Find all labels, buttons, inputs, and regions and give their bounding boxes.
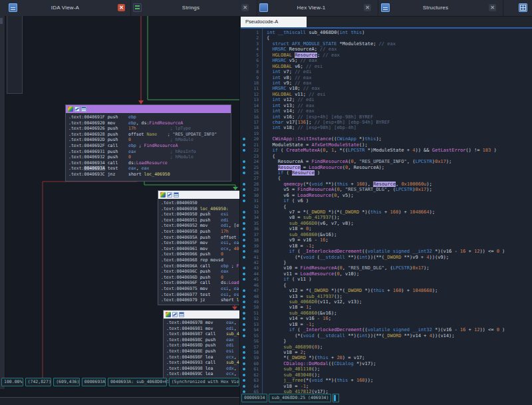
breakpoint-dot[interactable] [241, 265, 247, 271]
pseudocode-line[interactable]: 59 *(_DWORD *)(this + 28) = v17; [241, 355, 532, 360]
close-icon[interactable]: ✕ [241, 4, 249, 11]
close-icon[interactable]: ✕ [118, 4, 125, 11]
breakpoint-dot[interactable] [241, 165, 247, 170]
pseudocode-line[interactable]: 35 sub_4066D0(v6, v7, v8); [241, 221, 532, 226]
asm-row[interactable]: .text:00406998 lea edx, [166, 366, 239, 372]
pseudocode-line[interactable]: 54 if ( _InterlockedDecrement((volatile … [241, 327, 532, 333]
pseudocode-line[interactable]: 20 CWinApp::InitInstance((CWinApp *)this… [241, 136, 532, 142]
breakpoint-slot[interactable] [241, 154, 247, 159]
asm-row[interactable]: .text:00406961 mov ecx, 40018 [161, 246, 239, 252]
breakpoint-slot[interactable] [241, 47, 247, 52]
pseudocode-line[interactable]: 22 if ( CreateMutexA(0, 1, *((LPCSTR *)M… [241, 148, 532, 153]
palette-icon[interactable] [166, 312, 171, 317]
breakpoint-dot[interactable] [241, 327, 247, 333]
breakpoint-dot[interactable] [241, 249, 247, 254]
breakpoint-dot[interactable] [241, 193, 247, 198]
asm-row[interactable]: .text:00406950 loc_406950: [161, 206, 239, 212]
asm-row[interactable]: .text:00406920 mov ebp, ds:FindResourceA [68, 120, 228, 126]
breakpoint-slot[interactable] [241, 108, 247, 114]
asm-row[interactable]: .text:00406987 call sub_4 [166, 331, 239, 337]
pseudocode-line[interactable]: 16 int v16; // [esp+4h] [ebp-98h] BYREF [241, 114, 532, 120]
breakpoint-dot[interactable] [241, 271, 247, 277]
breakpoint-dot[interactable] [241, 209, 247, 215]
asm-row[interactable]: .text:00406932 push 0 ; hModule [68, 154, 228, 160]
pseudocode-line[interactable]: 12 HGLOBAL v11; // esi [241, 92, 532, 97]
breakpoint-slot[interactable] [241, 125, 247, 130]
breakpoint-slot[interactable] [241, 204, 247, 209]
asm-row[interactable]: .text:0040695F mov esi, eax [161, 240, 239, 246]
asm-row[interactable]: .text:00406981 mov edi, [166, 326, 239, 332]
asm-row[interactable]: .text:0040696F call ds:LoadRe [161, 280, 239, 286]
pseudocode-line[interactable]: 63 j__free(*(void **)(this + 160)); [241, 378, 532, 383]
pseudocode-line[interactable]: 37 sub_406860(&v16); [241, 232, 532, 237]
pseudocode-line[interactable]: 6 HRSRC v5; // eax [241, 58, 532, 63]
pseudocode-line[interactable]: 39 v18 = -1; [241, 243, 532, 249]
pseudocode-line[interactable]: 48 v13 = sub_417937(); [241, 294, 532, 299]
breakpoint-slot[interactable] [241, 41, 247, 47]
asm-row[interactable]: .text:00406951 push edi [161, 217, 239, 223]
breakpoint-dot[interactable] [241, 372, 247, 378]
partial-basic-block[interactable] [7, 16, 23, 94]
pseudocode-line[interactable]: 13 int v12; // edi [241, 97, 532, 102]
close-icon[interactable]: ✕ [489, 4, 496, 11]
breakpoint-dot[interactable] [241, 311, 247, 316]
breakpoint-slot[interactable] [241, 53, 247, 58]
basic-block-00406950[interactable]: .text:00406950.text:00406950 loc_406950:… [158, 190, 242, 305]
asm-row[interactable]: .text:0040692F call ebp ; FindResourceA [68, 143, 228, 149]
breakpoint-dot[interactable] [241, 350, 247, 355]
pseudocode-line[interactable]: 8 int v7; // edi [241, 69, 532, 74]
breakpoint-dot[interactable] [241, 299, 247, 305]
palette-icon[interactable] [160, 192, 166, 198]
breakpoint-dot[interactable] [241, 384, 247, 389]
breakpoint-slot[interactable] [241, 69, 247, 74]
pseudocode-line[interactable]: 62 sub_403040(); [241, 372, 532, 378]
asm-row[interactable]: .text:00406968 rep movsd [161, 257, 239, 263]
pseudocode-line[interactable]: 14 int v13; // eax [241, 103, 532, 108]
tab-pseudocode-a[interactable]: Pseudocode-A [241, 17, 307, 27]
asm-row[interactable]: .text:00406928 push offset Name ; "RES_U… [68, 132, 228, 138]
asm-row[interactable]: .text:0040693C jnz short loc_406950 [68, 172, 228, 178]
breakpoint-slot[interactable] [241, 260, 247, 265]
asm-row[interactable]: .text:0040691F push ebp [68, 114, 228, 120]
tab-strings[interactable]: Strings [151, 0, 231, 16]
breakpoint-dot[interactable] [241, 170, 247, 176]
breakpoint-slot[interactable] [241, 35, 247, 41]
asm-row[interactable]: .text:00406952 mov edi, [eb [161, 223, 239, 229]
pseudocode-line[interactable]: 47 v12 = *(_DWORD *)(*(_DWORD *)(this + … [241, 288, 532, 293]
asm-row[interactable]: .text:00406950 push esi [161, 211, 239, 217]
pseudocode-line[interactable]: 57 sub_406890(0); [241, 344, 532, 350]
breakpoint-slot[interactable] [241, 86, 247, 91]
pseudocode-line[interactable]: 11 HRSRC v10; // eax [241, 86, 532, 91]
breakpoint-dot[interactable] [241, 366, 247, 372]
pseudocode-line[interactable]: 34 v8 = sub_417937(); [241, 215, 532, 220]
edit-icon[interactable] [172, 312, 178, 317]
asm-row[interactable]: .text:0040698F lea ecx, [166, 354, 239, 360]
breakpoint-dot[interactable] [241, 361, 247, 366]
pseudocode-line[interactable]: 60 CDialog::DoModal((CDialog *)v17); [241, 361, 532, 366]
pseudocode-line[interactable]: 53 v18 = -1; [241, 322, 532, 327]
pseudocode-line[interactable]: 18 int v18; // [esp+98h] [ebp-4h] [241, 125, 532, 130]
pseudocode-line[interactable]: 21 ModuleState = AfxGetModuleState(); [241, 142, 532, 148]
asm-row[interactable]: .text:00406950 [161, 200, 239, 206]
asm-row[interactable]: .text:00406993 call sub_4 [166, 360, 239, 366]
pseudocode-line[interactable]: 61 sub_401110(); [241, 366, 532, 372]
pseudocode-line[interactable]: 40 if ( _InterlockedDecrement((volatile … [241, 249, 532, 254]
breakpoint-dot[interactable] [241, 198, 247, 203]
tab-structures[interactable]: Structures [396, 0, 475, 16]
palette-icon[interactable] [68, 106, 73, 112]
breakpoint-slot[interactable] [241, 92, 247, 97]
asm-row[interactable]: .text:0040695A push offset a [161, 235, 239, 241]
pseudocode-line[interactable]: 52 v14 = v16 - 16; [241, 316, 532, 321]
breakpoint-dot[interactable] [241, 182, 247, 187]
asm-row[interactable]: .text:00406931 push eax ; hResInfo [68, 149, 228, 155]
breakpoint-dot[interactable] [241, 333, 247, 338]
breakpoint-slot[interactable] [241, 30, 247, 35]
asm-row[interactable]: .text:00406977 test esi, esi [161, 292, 239, 298]
asm-row[interactable]: .text:00406926 push 17h ; lpType [68, 126, 228, 132]
edit-icon[interactable] [167, 192, 172, 198]
pseudocode-line[interactable]: 26 if ( Resource ) [241, 170, 532, 176]
pseudocode-line[interactable]: 58 v18 = 2; [241, 350, 532, 355]
breakpoint-dot[interactable] [241, 159, 247, 164]
breakpoint-slot[interactable] [241, 120, 247, 125]
pseudocode-line[interactable]: 36 v18 = 0; [241, 226, 532, 231]
